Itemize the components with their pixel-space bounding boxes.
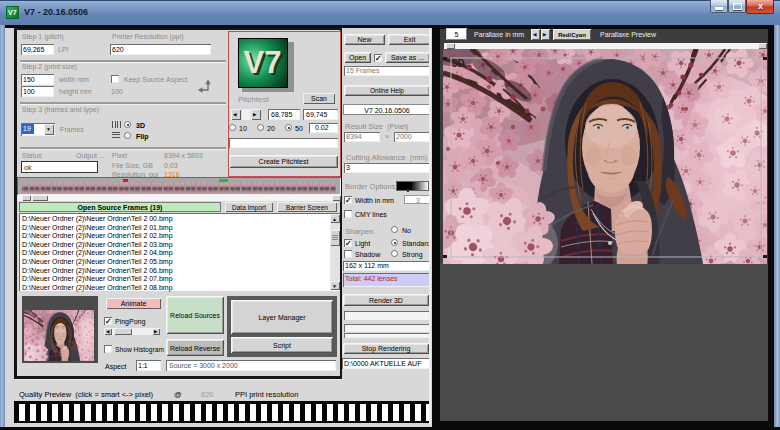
svg-text:V7: V7 <box>244 45 282 80</box>
svg-text:3D: 3D <box>452 58 465 69</box>
